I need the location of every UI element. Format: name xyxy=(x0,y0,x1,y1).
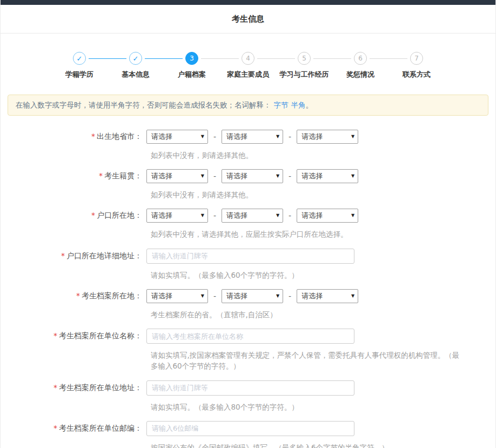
step-2-circle: ✓ xyxy=(129,52,142,65)
dropdown-arrow-icon: ▼ xyxy=(276,213,279,218)
byte-definition-link[interactable]: 字节 xyxy=(274,101,289,109)
archive-unit-address-input[interactable] xyxy=(146,380,354,396)
birthplace-hint: 如列表中没有，则请选择其他。 xyxy=(151,150,464,161)
archive-district-select[interactable]: 请选择 ▼ xyxy=(297,289,358,303)
step-xueji-xueli[interactable]: ✓ 学籍学历 xyxy=(51,52,108,79)
birthplace-district-select[interactable]: 请选择 ▼ xyxy=(297,130,358,144)
archive-province-select[interactable]: 请选择 ▼ xyxy=(146,289,208,303)
native-place-province-select[interactable]: 请选择 ▼ xyxy=(146,169,208,183)
step-5-circle: 5 xyxy=(298,52,311,65)
hukou-location-hint: 如列表中没有，请选择其他，应届生按实际户口所在地选择。 xyxy=(151,229,464,239)
step-1-label: 学籍学历 xyxy=(65,70,93,79)
archive-city-select[interactable]: 请选择 ▼ xyxy=(222,289,283,303)
hukou-address-label: *户口所在地详细地址： xyxy=(1,251,146,261)
hukou-location-label: *户口所在地： xyxy=(1,211,146,220)
native-place-district-select[interactable]: 请选择 ▼ xyxy=(297,169,358,183)
archive-unit-name-label: *考生档案所在单位名称： xyxy=(1,331,146,341)
native-place-label: *考生籍贯： xyxy=(1,171,146,181)
notice-text: 在输入数字或字母时，请使用半角字符，否则可能会造成报名失败；名词解释： xyxy=(16,101,271,109)
dropdown-arrow-icon: ▼ xyxy=(351,174,354,178)
dropdown-arrow-icon: ▼ xyxy=(276,294,279,298)
notice-suffix: 。 xyxy=(306,101,313,109)
birthplace-province-select[interactable]: 请选择 ▼ xyxy=(146,130,208,144)
form-row-hukou-location: *户口所在地： 请选择 ▼ - 请选择 ▼ - 请选择 ▼ 如列表中没有，请选择 xyxy=(1,209,495,239)
step-6-label: 奖惩情况 xyxy=(346,70,374,79)
form-row-archive-location: *考生档案所在地： 请选择 ▼ - 请选择 ▼ - 请选择 ▼ 考生档案所在的省 xyxy=(1,289,495,320)
check-icon: ✓ xyxy=(133,55,139,63)
dropdown-arrow-icon: ▼ xyxy=(276,174,279,178)
dropdown-arrow-icon: ▼ xyxy=(201,174,204,178)
form-row-hukou-address: *户口所在地详细地址： 请如实填写。（最多输入60个字节的字符。） xyxy=(1,249,495,280)
title-bar: 考生信息 xyxy=(1,5,495,34)
select-separator: - xyxy=(213,292,216,300)
step-4-circle: 4 xyxy=(242,52,254,65)
step-jiangcheng[interactable]: 6 奖惩情况 xyxy=(332,52,388,79)
archive-unit-postcode-label: *考生档案所在单位邮编： xyxy=(1,424,146,433)
step-4-label: 家庭主要成员 xyxy=(227,70,269,79)
native-place-hint: 如列表中没有，则请选择其他。 xyxy=(151,189,464,200)
step-7-circle: 7 xyxy=(410,52,423,65)
step-1-circle: ✓ xyxy=(73,52,86,65)
archive-location-label: *考生档案所在地： xyxy=(1,291,146,301)
form-row-birthplace: *出生地省市： 请选择 ▼ - 请选择 ▼ - 请选择 ▼ 如列表中没有，则请选 xyxy=(1,130,495,161)
select-separator: - xyxy=(289,172,291,180)
required-marker: * xyxy=(91,132,95,141)
check-icon: ✓ xyxy=(77,55,83,63)
dropdown-arrow-icon: ▼ xyxy=(351,294,354,298)
step-jiben-xinxi[interactable]: ✓ 基本信息 xyxy=(108,52,164,79)
form-row-native-place: *考生籍贯： 请选择 ▼ - 请选择 ▼ - 请选择 ▼ 如列表中没有，则请选择 xyxy=(1,169,495,200)
dropdown-arrow-icon: ▼ xyxy=(276,135,279,139)
step-jiating-chengyuan[interactable]: 4 家庭主要成员 xyxy=(220,52,276,79)
select-separator: - xyxy=(213,211,216,220)
step-2-label: 基本信息 xyxy=(122,70,150,79)
wizard-stepper: ✓ 学籍学历 ✓ 基本信息 3 户籍档案 4 家庭主要成员 5 学习与工作经历 … xyxy=(1,34,495,87)
birthplace-label: *出生地省市： xyxy=(1,132,146,142)
hukou-address-input[interactable] xyxy=(146,249,354,264)
step-7-label: 联系方式 xyxy=(403,70,431,79)
select-separator: - xyxy=(289,211,291,220)
required-marker: * xyxy=(99,171,103,180)
archive-unit-postcode-input[interactable] xyxy=(146,421,354,436)
dropdown-arrow-icon: ▼ xyxy=(351,135,354,139)
dropdown-arrow-icon: ▼ xyxy=(201,294,204,298)
select-separator: - xyxy=(213,172,216,180)
dropdown-arrow-icon: ▼ xyxy=(351,213,354,218)
hukou-address-hint: 请如实填写。（最多输入60个字节的字符。） xyxy=(151,270,464,280)
select-separator: - xyxy=(213,132,216,141)
archive-unit-address-hint: 请如实填写。（最多输入80个字节的字符。） xyxy=(151,402,464,412)
archive-unit-name-input[interactable] xyxy=(146,329,354,344)
select-separator: - xyxy=(289,132,291,141)
hukou-archive-form: *出生地省市： 请选择 ▼ - 请选择 ▼ - 请选择 ▼ 如列表中没有，则请选 xyxy=(1,130,495,448)
archive-location-hint: 考生档案所在的省。（直辖市,自治区） xyxy=(151,309,464,320)
step-huji-dangan[interactable]: 3 户籍档案 xyxy=(164,52,220,79)
archive-unit-postcode-hint: 按国家公布的《全国邮政编码》填写。（最多输入6个字节的半角字符。） xyxy=(151,442,464,448)
archive-unit-name-hint: 请如实填写,按国家档案管理有关规定，严禁个人保管，需委托具有人事代理权的机构管理… xyxy=(151,350,464,372)
dropdown-arrow-icon: ▼ xyxy=(201,135,204,139)
hukou-province-select[interactable]: 请选择 ▼ xyxy=(146,209,208,223)
form-row-archive-unit-postcode: *考生档案所在单位邮编： 按国家公布的《全国邮政编码》填写。（最多输入6个字节的… xyxy=(1,421,495,448)
step-6-circle: 6 xyxy=(354,52,367,65)
dropdown-arrow-icon: ▼ xyxy=(201,213,204,218)
page-title: 考生信息 xyxy=(232,14,264,24)
birthplace-city-select[interactable]: 请选择 ▼ xyxy=(222,130,283,144)
required-marker: * xyxy=(61,251,65,260)
halfwidth-definition-link[interactable]: 半角 xyxy=(291,101,306,109)
hukou-district-select[interactable]: 请选择 ▼ xyxy=(297,209,358,223)
step-xuexi-gongzuo[interactable]: 5 学习与工作经历 xyxy=(276,52,332,79)
form-row-archive-unit-name: *考生档案所在单位名称： 请如实填写,按国家档案管理有关规定，严禁个人保管，需委… xyxy=(1,329,495,372)
native-place-city-select[interactable]: 请选择 ▼ xyxy=(222,169,283,183)
required-marker: * xyxy=(91,211,95,219)
required-marker: * xyxy=(76,291,80,300)
top-dark-bar xyxy=(1,0,495,5)
step-3-circle: 3 xyxy=(185,52,198,65)
hukou-city-select[interactable]: 请选择 ▼ xyxy=(222,209,283,223)
required-marker: * xyxy=(53,424,57,432)
form-row-archive-unit-address: *考生档案所在单位地址： 请如实填写。（最多输入80个字节的字符。） xyxy=(1,380,495,412)
step-lianxi-fangshi[interactable]: 7 联系方式 xyxy=(388,52,445,79)
required-marker: * xyxy=(53,383,57,392)
required-marker: * xyxy=(53,331,57,340)
select-separator: - xyxy=(289,292,291,300)
step-5-label: 学习与工作经历 xyxy=(280,70,329,79)
archive-unit-address-label: *考生档案所在单位地址： xyxy=(1,383,146,393)
step-3-label: 户籍档案 xyxy=(178,70,206,79)
